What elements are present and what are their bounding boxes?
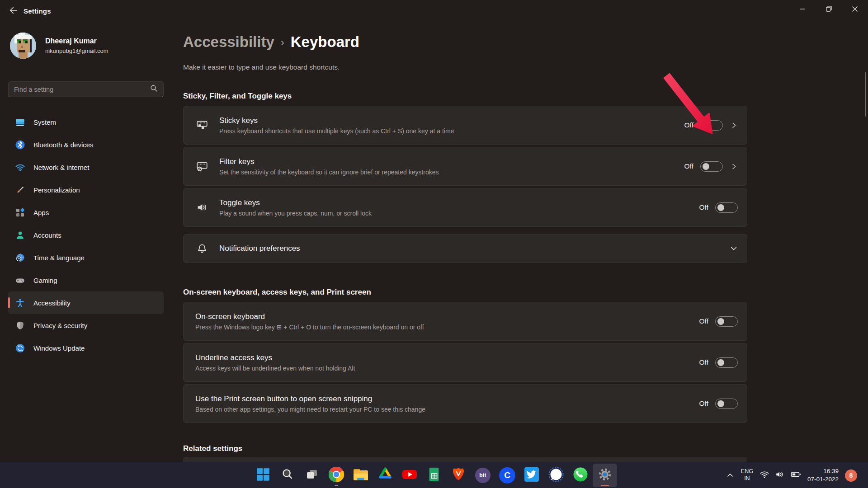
search-icon — [150, 84, 158, 94]
setting-card-partial[interactable] — [183, 457, 747, 462]
sidebar-item-windows-update[interactable]: Windows Update — [8, 337, 164, 359]
card-title: Underline access keys — [195, 353, 355, 362]
setting-card-underline-access-keys[interactable]: Underline access keys Access keys will b… — [183, 343, 747, 382]
section-header-related-settings: Related settings — [183, 444, 747, 453]
twitter-icon — [524, 466, 540, 484]
user-name: Dheeraj Kumar — [45, 37, 108, 45]
whatsapp-button[interactable] — [568, 464, 593, 487]
start-button[interactable] — [251, 464, 275, 487]
filter-keys-toggle[interactable] — [700, 161, 723, 172]
setting-card-sticky-keys[interactable]: Sticky keys Press keyboard shortcuts tha… — [183, 106, 747, 145]
toggle-keys-toggle[interactable] — [715, 202, 738, 213]
underline-access-keys-toggle[interactable] — [715, 357, 738, 368]
avatar — [10, 33, 36, 59]
signal-icon — [548, 466, 564, 484]
file-explorer-button[interactable] — [349, 464, 373, 487]
sticky-keys-toggle[interactable] — [700, 120, 723, 131]
taskbar-search-button[interactable] — [275, 464, 300, 487]
card-title: Notification preferences — [219, 244, 300, 253]
toggle-knob — [703, 122, 709, 129]
card-group-2: On-screen keyboard Press the Windows log… — [183, 302, 747, 423]
sidebar-item-label: Personalization — [33, 186, 80, 194]
user-email: nikunpubg1@gmail.com — [45, 47, 108, 54]
breadcrumb-parent[interactable]: Accessibility — [183, 33, 274, 51]
card-text: Sticky keys Press keyboard shortcuts tha… — [219, 116, 454, 135]
card-controls: Off — [699, 399, 738, 409]
setting-card-notification-preferences[interactable]: Notification preferences — [183, 234, 747, 263]
language-indicator[interactable]: ENG IN — [741, 468, 753, 482]
card-description: Based on other app settings, you might n… — [195, 406, 425, 413]
sidebar-item-label: System — [33, 118, 56, 126]
notification-badge[interactable]: 8 — [845, 469, 857, 482]
sidebar-item-network[interactable]: Network & internet — [8, 156, 164, 178]
settings-app-button[interactable] — [593, 464, 617, 487]
screen: Settings — [0, 0, 868, 488]
sidebar-item-apps[interactable]: Apps — [8, 201, 164, 224]
close-button[interactable] — [842, 0, 868, 19]
onscreen-keyboard-toggle[interactable] — [715, 316, 738, 327]
tray-chevron-up-icon[interactable] — [726, 471, 735, 480]
task-view-icon — [305, 467, 319, 483]
search-input[interactable] — [14, 86, 150, 93]
coinbase-icon-label: C — [504, 470, 510, 480]
back-button[interactable] — [5, 3, 23, 19]
back-arrow-icon — [9, 5, 19, 17]
coinbase-button[interactable]: C — [495, 464, 519, 487]
sidebar-item-accounts[interactable]: Accounts — [8, 224, 164, 246]
scrollbar-thumb[interactable] — [865, 72, 866, 117]
task-view-button[interactable] — [300, 464, 324, 487]
selected-accent-bar — [8, 297, 10, 308]
youtube-icon — [401, 466, 418, 484]
sidebar-item-bluetooth[interactable]: Bluetooth & devices — [8, 133, 164, 156]
sidebar-item-privacy[interactable]: Privacy & security — [8, 314, 164, 337]
sidebar-item-label: Apps — [33, 209, 49, 216]
toggle-knob — [717, 400, 724, 407]
setting-card-print-screen[interactable]: Use the Print screen button to open scre… — [183, 384, 747, 423]
setting-card-toggle-keys[interactable]: Toggle keys Play a sound when you press … — [183, 188, 747, 227]
sidebar-item-gaming[interactable]: Gaming — [8, 269, 164, 291]
sidebar-item-label: Gaming — [33, 277, 57, 284]
bit-app-button[interactable]: bit — [471, 464, 495, 487]
whatsapp-icon — [572, 466, 589, 484]
chevron-down-icon[interactable] — [730, 244, 738, 253]
twitter-button[interactable] — [519, 464, 544, 487]
sidebar-item-time-language[interactable]: Time & language — [8, 246, 164, 269]
tray-status-icons[interactable] — [760, 469, 801, 482]
card-description: Access keys will be underlined even when… — [195, 365, 355, 372]
setting-card-onscreen-keyboard[interactable]: On-screen keyboard Press the Windows log… — [183, 302, 747, 341]
card-text: On-screen keyboard Press the Windows log… — [195, 312, 424, 331]
chevron-right-icon[interactable] — [730, 162, 738, 170]
sidebar: Dheeraj Kumar nikunpubg1@gmail.com Syste… — [0, 22, 172, 462]
signal-button[interactable] — [544, 464, 568, 487]
card-text: Toggle keys Play a sound when you press … — [219, 198, 372, 217]
chevron-right-icon[interactable] — [730, 121, 738, 129]
wifi-icon — [760, 469, 769, 481]
user-profile[interactable]: Dheeraj Kumar nikunpubg1@gmail.com — [10, 33, 164, 59]
chrome-icon — [328, 466, 345, 485]
titlebar: Settings — [0, 0, 868, 22]
update-icon — [14, 343, 25, 353]
search-icon — [280, 467, 295, 483]
card-text: Use the Print screen button to open scre… — [195, 394, 425, 413]
restore-button[interactable] — [816, 0, 842, 19]
card-title: Use the Print screen button to open scre… — [195, 394, 425, 404]
sidebar-item-system[interactable]: System — [8, 111, 164, 133]
sidebar-item-personalization[interactable]: Personalization — [8, 178, 164, 201]
sidebar-item-accessibility[interactable]: Accessibility — [8, 291, 164, 314]
brave-button[interactable] — [446, 464, 471, 487]
toggle-state-label: Off — [699, 358, 708, 366]
clock[interactable]: 16:39 07-01-2022 — [807, 467, 839, 483]
print-screen-toggle[interactable] — [715, 399, 738, 409]
minimize-button[interactable] — [789, 0, 816, 19]
card-controls: Off — [699, 202, 738, 213]
chrome-button[interactable] — [324, 464, 349, 487]
sidebar-nav: System Bluetooth & devices Network & int… — [8, 111, 164, 359]
card-controls: Off — [699, 357, 738, 368]
youtube-button[interactable] — [397, 464, 422, 487]
search-box[interactable] — [8, 81, 164, 97]
google-drive-button[interactable] — [373, 464, 397, 487]
brave-icon — [451, 467, 466, 484]
card-controls: Off — [684, 120, 738, 131]
google-sheets-button[interactable] — [422, 464, 446, 487]
setting-card-filter-keys[interactable]: Filter keys Set the sensitivity of the k… — [183, 147, 747, 186]
